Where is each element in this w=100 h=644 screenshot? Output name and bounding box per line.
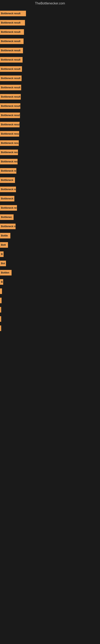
- bar-label: Bottleneck result: [1, 123, 20, 126]
- bar-item: [0, 316, 1, 322]
- bar-row: Bottleneck re: [0, 222, 100, 231]
- bar-row: [0, 324, 100, 333]
- bar-row: Bottleneck result: [0, 120, 100, 129]
- bar-row: Bottleneck result: [0, 92, 100, 102]
- bar-row: Bott: [0, 240, 100, 250]
- bar-label: Bottleneck result: [1, 114, 20, 117]
- bar-label: Bottleneck result: [1, 86, 20, 89]
- site-title-container: TheBottlenecker.com: [0, 0, 100, 7]
- bar-row: Bottleneck result: [0, 27, 100, 37]
- bar-row: [0, 296, 100, 305]
- bar-row: Bottleneck result: [0, 18, 100, 27]
- bar-item: Bottleneck result: [0, 159, 18, 164]
- bar-row: Bottle: [0, 231, 100, 240]
- bar-item: Bottleneck res: [0, 186, 16, 192]
- bar-row: Bottleneck result: [0, 46, 100, 55]
- bar-row: Bottleneck result: [0, 111, 100, 120]
- bar-item: Bottleneck result: [0, 20, 25, 26]
- bar-item: Bottleneck result: [0, 131, 19, 137]
- bar-label: Bottleneck resu: [1, 151, 18, 154]
- bar-item: Bottleneck: [0, 177, 15, 183]
- bar-item: Bottlen: [0, 270, 12, 276]
- bar-item: [0, 288, 2, 294]
- bar-item: Bottleneck re: [0, 168, 16, 174]
- bar-row: Bottleneck result: [0, 138, 100, 148]
- bar-label: Bot: [1, 262, 5, 265]
- bar-label: Bottleneck resu: [1, 206, 17, 209]
- bar-row: Bottlenec: [0, 212, 100, 222]
- bar-label: Bottlenec: [1, 216, 12, 218]
- bar-item: Bott: [0, 242, 8, 248]
- bar-row: Bottleneck resu: [0, 203, 100, 212]
- bar-item: Bottle: [0, 233, 10, 238]
- bar-item: Bottleneck result: [0, 76, 22, 81]
- bar-row: l: [0, 305, 100, 314]
- bars-container: Bottleneck resultBottleneck resultBottle…: [0, 7, 100, 335]
- bar-row: Bottleneck result: [0, 37, 100, 46]
- bar-row: B: [0, 250, 100, 259]
- bar-item: [0, 298, 1, 303]
- bar-item: Bottleneck result: [0, 29, 24, 35]
- bar-row: Bottleneck result: [0, 64, 100, 74]
- bar-item: l: [0, 307, 1, 312]
- bar-label: Bottleneck result: [1, 58, 20, 61]
- bar-label: Bottleneck result: [1, 68, 20, 70]
- bar-item: Bottleneck result: [0, 140, 19, 146]
- bar-label: Bottlen: [1, 271, 9, 274]
- bar-label: Bottleneck: [1, 179, 13, 182]
- bar-row: Bottleneck result: [0, 102, 100, 111]
- bar-row: Bottleneck result: [0, 9, 100, 18]
- bar-item: Bottleneck result: [0, 38, 24, 44]
- bar-item: Bottleneck result: [0, 11, 26, 16]
- bar-item: Bottleneck result: [0, 94, 21, 100]
- bar-item: Bottleneck result: [0, 66, 22, 72]
- bar-row: Bottleneck r: [0, 194, 100, 203]
- bar-label: Bottleneck result: [1, 40, 20, 43]
- bar-label: Bottleneck result: [1, 12, 20, 15]
- bar-row: Bottleneck resu: [0, 148, 100, 157]
- bar-label: Bottleneck result: [1, 105, 20, 108]
- bar-item: Bot: [0, 260, 6, 266]
- bar-row: Bottleneck result: [0, 83, 100, 92]
- bar-label: Bottleneck re: [1, 225, 16, 228]
- bar-item: B: [0, 279, 3, 285]
- bar-item: Bottleneck result: [0, 48, 23, 53]
- bar-label: Bottleneck result: [1, 77, 20, 80]
- bar-row: Bottleneck re: [0, 166, 100, 176]
- site-title: TheBottlenecker.com: [0, 0, 100, 7]
- bar-label: B: [1, 280, 3, 283]
- bar-label: Bott: [1, 244, 6, 246]
- bar-label: Bottleneck result: [1, 142, 19, 144]
- bar-label: Bottleneck r: [1, 197, 14, 200]
- bar-item: Bottlenec: [0, 214, 14, 220]
- bar-label: Bottleneck result: [1, 30, 20, 34]
- bar-item: B: [0, 251, 3, 257]
- bar-row: Bottleneck result: [0, 55, 100, 64]
- bar-row: Bottleneck result: [0, 129, 100, 138]
- bar-label: B: [1, 253, 3, 256]
- bar-label: Bottleneck result: [1, 21, 20, 24]
- bar-item: Bottleneck result: [0, 57, 23, 62]
- bar-row: Bottleneck result: [0, 74, 100, 83]
- bar-row: Bottleneck: [0, 176, 100, 185]
- bar-row: Bottleneck result: [0, 157, 100, 166]
- bar-item: Bottleneck result: [0, 85, 21, 90]
- bar-row: [0, 286, 100, 296]
- bar-label: Bottleneck result: [1, 160, 18, 163]
- bar-label: Bottleneck re: [1, 170, 16, 172]
- bar-item: Bottleneck resu: [0, 205, 17, 211]
- bar-label: Bottleneck result: [1, 49, 20, 52]
- bar-item: Bottleneck result: [0, 122, 20, 128]
- bar-item: [0, 326, 1, 331]
- bar-item: Bottleneck re: [0, 224, 16, 229]
- bar-row: Bot: [0, 259, 100, 268]
- bar-item: Bottleneck result: [0, 112, 20, 118]
- bar-item: Bottleneck resu: [0, 150, 18, 155]
- bar-label: Bottleneck res: [1, 188, 16, 191]
- bar-row: B: [0, 277, 100, 286]
- bar-label: Bottleneck result: [1, 96, 20, 98]
- bar-label: Bottle: [1, 234, 8, 237]
- bar-label: l: [1, 308, 1, 311]
- bar-label: Bottleneck result: [1, 132, 19, 135]
- bar-item: Bottleneck r: [0, 196, 14, 202]
